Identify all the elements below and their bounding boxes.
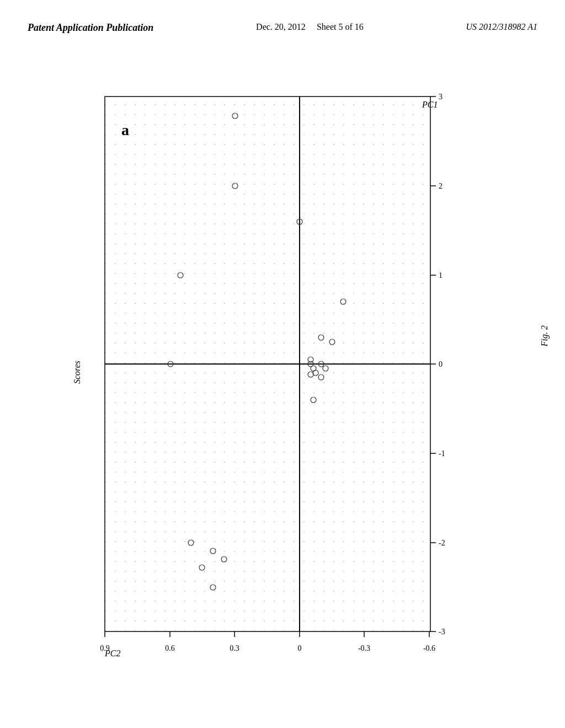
svg-text:0: 0 <box>298 644 302 652</box>
svg-text:0.3: 0.3 <box>230 644 239 652</box>
publication-title: Patent Application Publication <box>28 22 153 34</box>
header-center: Dec. 20, 2012 Sheet 5 of 16 <box>256 22 364 32</box>
svg-text:Scores: Scores <box>72 361 82 384</box>
main-chart: Scores PC2 PC1 3 2 1 0 -1 -2 -3 0.9 0.6 … <box>61 80 513 681</box>
svg-text:0: 0 <box>439 360 443 368</box>
patent-number: US 2012/318982 A1 <box>466 22 537 32</box>
svg-text:3: 3 <box>439 93 443 101</box>
svg-text:2: 2 <box>439 182 443 190</box>
svg-text:-3: -3 <box>439 628 445 636</box>
svg-text:-0.6: -0.6 <box>423 644 435 652</box>
sheet-info: Sheet 5 of 16 <box>317 22 364 31</box>
page-header: Patent Application Publication Dec. 20, … <box>0 0 565 34</box>
chart-container: Scores PC2 PC1 3 2 1 0 -1 -2 -3 0.9 0.6 … <box>61 80 513 681</box>
svg-text:0.9: 0.9 <box>100 644 110 652</box>
svg-text:0.6: 0.6 <box>165 644 175 652</box>
svg-text:-1: -1 <box>439 449 445 458</box>
svg-text:PC1: PC1 <box>422 100 438 109</box>
svg-text:1: 1 <box>439 271 443 280</box>
svg-text:-0.3: -0.3 <box>358 644 370 652</box>
svg-text:-2: -2 <box>439 539 445 547</box>
svg-text:a: a <box>121 121 129 138</box>
publication-date: Dec. 20, 2012 <box>256 22 306 31</box>
figure-label: Fig. 2 <box>540 325 550 346</box>
